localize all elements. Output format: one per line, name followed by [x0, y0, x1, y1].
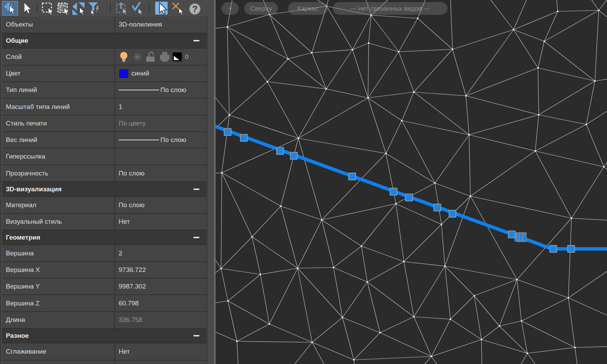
vertex-grip[interactable]	[434, 204, 441, 211]
mesh-edge	[216, 310, 237, 341]
collapse-minus-icon[interactable]	[193, 237, 199, 238]
prop-value-visual-style[interactable]: Нет	[115, 214, 207, 230]
mesh-vertex	[513, 29, 515, 31]
linetype-name: По слою	[160, 86, 186, 94]
mesh-edge	[241, 342, 312, 364]
vertex-grip[interactable]	[390, 188, 397, 195]
selected-3d-polyline[interactable]	[216, 125, 607, 249]
vertex-grip[interactable]	[406, 194, 412, 201]
prop-value-layer[interactable]: 0	[115, 49, 207, 65]
mesh-edge	[221, 269, 228, 301]
collapse-minus-icon[interactable]	[193, 189, 199, 190]
mesh-vertex	[352, 49, 354, 51]
unlock-icon[interactable]	[146, 51, 156, 63]
mesh-edge	[535, 151, 571, 218]
mesh-edge	[521, 321, 575, 347]
section-header-misc[interactable]: Разное	[2, 329, 207, 343]
prop-value-vertex-x[interactable]: 9736.722	[115, 262, 207, 279]
mesh-edge	[527, 347, 575, 353]
mesh-vertex	[474, 295, 475, 297]
mesh-vertex	[571, 218, 573, 219]
mesh-edge	[267, 82, 326, 89]
mesh-edge	[216, 115, 229, 179]
mesh-vertex	[468, 134, 470, 136]
select-invert-button[interactable]	[72, 1, 86, 15]
mesh-edge	[469, 135, 535, 151]
prop-label-vertex-z: Вершина Z	[2, 295, 115, 312]
prop-value-vertex-z[interactable]: 60.798	[115, 295, 207, 312]
select-cursor-button[interactable]	[20, 1, 33, 15]
vertex-grip[interactable]	[508, 231, 515, 238]
prop-value-transparency[interactable]: По слою	[115, 165, 207, 182]
viewport-pill-visual-style[interactable]: Каркас	[288, 2, 328, 15]
mesh-vertex	[538, 114, 540, 116]
section-header-geometry[interactable]: Геометрия	[2, 230, 207, 245]
toolbar-separator	[149, 2, 150, 13]
vertex-grip[interactable]	[349, 173, 356, 180]
deselect-button[interactable]	[170, 1, 184, 15]
viewport-pill-viewport-menu[interactable]: +	[221, 2, 239, 15]
mesh-edge	[586, 81, 595, 124]
mesh-edge	[399, 49, 452, 52]
mesh-edge	[396, 204, 404, 262]
layer-color-swatch[interactable]	[173, 52, 182, 61]
tin-mesh-canvas	[216, 0, 607, 364]
mesh-vertex	[586, 124, 587, 125]
apply-check-button[interactable]	[130, 1, 144, 15]
mesh-edge	[354, 360, 362, 364]
help-button[interactable]: ?	[188, 1, 201, 15]
selection-mode-button[interactable]	[155, 2, 168, 14]
mesh-edge	[414, 49, 452, 92]
mesh-vertex	[326, 88, 327, 90]
prop-label-vertex-x: Вершина X	[2, 262, 115, 279]
panel-splitter[interactable]	[208, 0, 214, 364]
mesh-edge	[298, 267, 334, 268]
prop-value-vertex-y[interactable]: 9987.302	[115, 279, 207, 295]
vertex-grip[interactable]	[568, 245, 575, 252]
prop-value-lineweight[interactable]: По слою	[115, 132, 207, 149]
viewport-pill-linked-views[interactable]: --- нет связанных видов ---	[333, 2, 448, 15]
prop-value-smoothing[interactable]: Нет	[115, 343, 207, 361]
section-header-general[interactable]: Общие	[2, 33, 207, 49]
mesh-vertex	[379, 332, 381, 334]
x-icon	[173, 3, 179, 9]
mesh-edge	[474, 296, 481, 340]
prop-value-linetype-scale[interactable]: 1	[115, 99, 207, 115]
mesh-vertex	[227, 300, 229, 302]
mesh-edge	[380, 317, 414, 333]
mesh-edge	[386, 153, 435, 183]
sun-frozen-icon[interactable]	[132, 51, 142, 63]
collapse-minus-icon[interactable]	[193, 40, 199, 41]
mesh-edge	[380, 333, 431, 356]
collapse-minus-icon[interactable]	[193, 335, 199, 336]
prop-value-hyperlink[interactable]	[115, 149, 207, 165]
mesh-edge	[535, 151, 604, 167]
prop-value-linetype[interactable]: По слою	[115, 82, 207, 99]
prop-value-vertex[interactable]: 2	[115, 245, 207, 262]
vertex-grip[interactable]	[224, 129, 231, 135]
select-add-button[interactable]	[2, 1, 18, 16]
vertex-grip[interactable]	[550, 245, 557, 252]
mesh-edge	[469, 135, 470, 196]
mesh-vertex	[297, 267, 299, 269]
select-implied-button[interactable]	[115, 1, 128, 15]
mesh-edge	[298, 268, 312, 342]
mesh-edge	[269, 14, 312, 53]
prop-value-material[interactable]: По слою	[115, 197, 207, 214]
quick-select-filter-button[interactable]	[87, 1, 101, 15]
bulb-on-icon[interactable]	[119, 51, 129, 63]
printer-icon[interactable]	[159, 51, 170, 63]
select-window-button[interactable]	[40, 1, 54, 15]
layer-name: 0	[185, 53, 189, 61]
drawing-viewport[interactable]: +СверхуКаркас--- нет связанных видов ---	[216, 0, 607, 364]
vertex-grip[interactable]	[277, 148, 283, 154]
vertex-grip[interactable]	[240, 134, 247, 141]
select-crossing-button[interactable]	[56, 1, 70, 15]
prop-value-objects[interactable]: 3D-полилиния	[115, 17, 207, 33]
section-header-3d-visualization[interactable]: 3D-визуализация	[2, 182, 207, 197]
prop-value-color[interactable]: синий	[115, 65, 207, 82]
vertex-grip[interactable]	[449, 210, 456, 217]
viewport-pill-view-direction[interactable]: Сверху	[244, 2, 278, 15]
vertex-grip[interactable]	[290, 152, 297, 159]
mesh-edge	[222, 173, 252, 237]
